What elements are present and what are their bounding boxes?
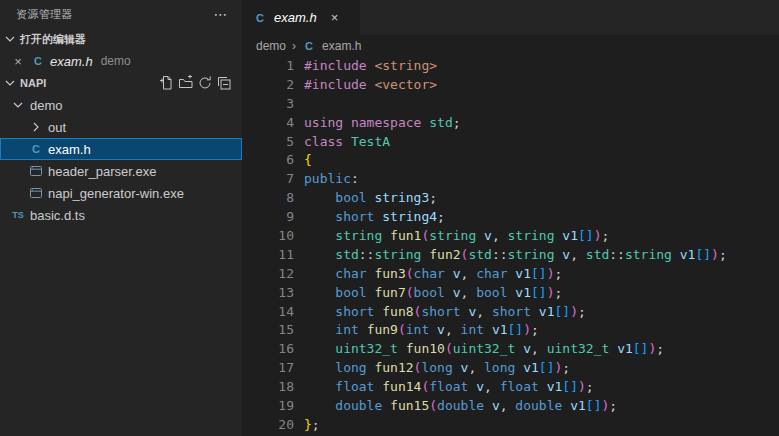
open-editors-section-header[interactable]: 打开的编辑器 xyxy=(0,28,242,50)
code-line-content: }; xyxy=(294,416,320,435)
code-line-content: bool fun7(bool v, bool v1[]); xyxy=(294,284,562,303)
code-line[interactable]: 18 float fun14(float v, float v1[]); xyxy=(242,378,779,397)
napi-section-actions xyxy=(159,75,242,91)
chevron-right-icon xyxy=(28,119,44,135)
breadcrumb-folder[interactable]: demo xyxy=(256,39,286,53)
line-number[interactable]: 4 xyxy=(242,114,294,133)
code-line[interactable]: 13 bool fun7(bool v, bool v1[]); xyxy=(242,284,779,303)
more-actions-icon[interactable]: ⋯ xyxy=(214,6,228,22)
chevron-down-icon xyxy=(2,75,18,91)
line-number[interactable]: 20 xyxy=(242,416,294,435)
code-line[interactable]: 19 double fun15(double v, double v1[]); xyxy=(242,397,779,416)
code-line[interactable]: 16 uint32_t fun10(uint32_t v, uint32_t v… xyxy=(242,340,779,359)
code-line-content: using namespace std; xyxy=(294,114,461,133)
code-line-content: public: xyxy=(294,170,359,189)
tree-item-label: demo xyxy=(30,98,63,113)
code-line-content: short string4; xyxy=(294,208,445,227)
open-editor-item-exam-h[interactable]: × C exam.h demo xyxy=(0,50,242,72)
close-icon[interactable]: × xyxy=(331,10,339,25)
tree-item-label: napi_generator-win.exe xyxy=(48,186,184,201)
line-number[interactable]: 14 xyxy=(242,303,294,322)
code-area[interactable]: 1#include <string>2#include <vector>34us… xyxy=(242,57,779,436)
code-line-content: class TestA xyxy=(294,133,390,152)
open-editors-label: 打开的编辑器 xyxy=(20,32,86,47)
code-line[interactable]: 9 short string4; xyxy=(242,208,779,227)
line-number[interactable]: 11 xyxy=(242,246,294,265)
code-line[interactable]: 7public: xyxy=(242,170,779,189)
exe-file-icon xyxy=(28,185,44,201)
line-number[interactable]: 13 xyxy=(242,284,294,303)
line-number[interactable]: 2 xyxy=(242,76,294,95)
line-number[interactable]: 8 xyxy=(242,189,294,208)
ts-file-icon: TS xyxy=(10,210,26,220)
code-line[interactable]: 14 short fun8(short v, short v1[]); xyxy=(242,303,779,322)
code-line-content: short fun8(short v, short v1[]); xyxy=(294,303,586,322)
code-line[interactable]: 1#include <string> xyxy=(242,57,779,76)
line-number[interactable]: 16 xyxy=(242,340,294,359)
breadcrumb: demo › C exam.h xyxy=(242,35,779,57)
code-line-content: uint32_t fun10(uint32_t v, uint32_t v1[]… xyxy=(294,340,664,359)
refresh-icon[interactable] xyxy=(197,75,213,91)
collapse-all-icon[interactable] xyxy=(216,75,232,91)
code-line[interactable]: 11 std::string fun2(std::string v, std::… xyxy=(242,246,779,265)
code-line[interactable]: 15 int fun9(int v, int v1[]); xyxy=(242,321,779,340)
line-number[interactable]: 12 xyxy=(242,265,294,284)
close-icon[interactable]: × xyxy=(10,54,26,69)
chevron-down-icon xyxy=(10,97,26,113)
chevron-down-icon xyxy=(2,31,18,47)
code-line[interactable]: 5class TestA xyxy=(242,133,779,152)
line-number[interactable]: 3 xyxy=(242,95,294,114)
exe-file-icon xyxy=(28,163,44,179)
code-line-content: string fun1(string v, string v1[]); xyxy=(294,227,609,246)
line-number[interactable]: 17 xyxy=(242,359,294,378)
vscode-window: 资源管理器 ⋯ 打开的编辑器 × C exam.h demo NAPI xyxy=(0,0,779,436)
new-file-icon[interactable] xyxy=(159,75,175,91)
tree-item-demo[interactable]: demo xyxy=(0,94,242,116)
tree-item-basic-d-ts[interactable]: TSbasic.d.ts xyxy=(0,204,242,226)
c-file-icon: C xyxy=(30,55,46,67)
code-line-content: double fun15(double v, double v1[]); xyxy=(294,397,617,416)
code-line[interactable]: 6{ xyxy=(242,151,779,170)
code-line-content: { xyxy=(294,151,312,170)
c-file-icon: C xyxy=(252,12,268,24)
open-editor-detail: demo xyxy=(101,54,131,68)
code-line[interactable]: 10 string fun1(string v, string v1[]); xyxy=(242,227,779,246)
line-number[interactable]: 15 xyxy=(242,321,294,340)
line-number[interactable]: 19 xyxy=(242,397,294,416)
breadcrumb-file[interactable]: exam.h xyxy=(322,39,361,53)
code-line[interactable]: 3 xyxy=(242,95,779,114)
tree-item-out[interactable]: out xyxy=(0,116,242,138)
code-line-content xyxy=(294,95,304,114)
tree-item-header-parser-exe[interactable]: header_parser.exe xyxy=(0,160,242,182)
code-line-content: char fun3(char v, char v1[]); xyxy=(294,265,562,284)
code-line[interactable]: 2#include <vector> xyxy=(242,76,779,95)
code-line[interactable]: 8 bool string3; xyxy=(242,189,779,208)
tree-item-exam-h[interactable]: Cexam.h xyxy=(0,138,242,160)
line-number[interactable]: 7 xyxy=(242,170,294,189)
explorer-sidebar: 资源管理器 ⋯ 打开的编辑器 × C exam.h demo NAPI xyxy=(0,0,242,436)
code-line-content: float fun14(float v, float v1[]); xyxy=(294,378,594,397)
napi-section-header[interactable]: NAPI xyxy=(0,72,242,94)
code-line[interactable]: 20}; xyxy=(242,416,779,435)
line-number[interactable]: 6 xyxy=(242,151,294,170)
sidebar-header: 资源管理器 ⋯ xyxy=(0,0,242,28)
line-number[interactable]: 10 xyxy=(242,227,294,246)
tree-item-label: exam.h xyxy=(48,142,91,157)
line-number[interactable]: 18 xyxy=(242,378,294,397)
file-tree: demooutCexam.hheader_parser.exenapi_gene… xyxy=(0,94,242,226)
code-line[interactable]: 12 char fun3(char v, char v1[]); xyxy=(242,265,779,284)
tab-exam-h[interactable]: C exam.h × xyxy=(242,0,360,35)
napi-section-label: NAPI xyxy=(20,77,46,89)
tab-bar: C exam.h × xyxy=(242,0,779,35)
code-line[interactable]: 17 long fun12(long v, long v1[]); xyxy=(242,359,779,378)
breadcrumb-separator: › xyxy=(292,39,296,53)
new-folder-icon[interactable] xyxy=(178,75,194,91)
code-line-content: #include <vector> xyxy=(294,76,437,95)
line-number[interactable]: 9 xyxy=(242,208,294,227)
tree-item-napi-generator-win-exe[interactable]: napi_generator-win.exe xyxy=(0,182,242,204)
line-number[interactable]: 1 xyxy=(242,57,294,76)
tree-item-label: basic.d.ts xyxy=(30,208,85,223)
code-line[interactable]: 4using namespace std; xyxy=(242,114,779,133)
line-number[interactable]: 5 xyxy=(242,133,294,152)
c-file-icon: C xyxy=(28,143,44,155)
